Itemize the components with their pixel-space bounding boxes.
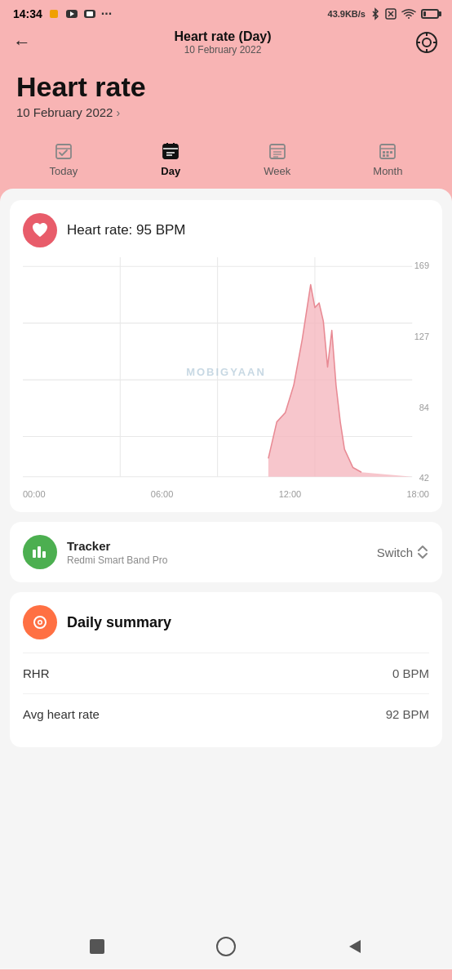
back-button[interactable]: ← <box>13 32 31 53</box>
svg-rect-31 <box>390 151 392 154</box>
tracker-name: Tracker <box>67 539 167 553</box>
nav-back-button[interactable] <box>343 935 366 958</box>
nav-title: Heart rate (Day) 10 February 2022 <box>174 29 271 56</box>
y-label-169: 169 <box>414 261 429 270</box>
summary-row-avg: Avg heart rate 92 BPM <box>23 693 429 734</box>
y-label-127: 127 <box>414 332 429 341</box>
tab-week-label: Week <box>264 165 290 177</box>
svg-rect-44 <box>38 546 41 558</box>
avg-label: Avg heart rate <box>23 707 100 721</box>
svg-point-9 <box>423 38 431 47</box>
more-dots: ··· <box>101 7 112 21</box>
heart-rate-card: Heart rate: 95 BPM MOBIGYAAN <box>10 200 442 512</box>
tracker-card: Tracker Redmi Smart Band Pro Switch <box>10 522 442 582</box>
tab-week[interactable]: Week <box>254 137 300 180</box>
tabs: Today Day Week <box>0 132 452 189</box>
x-label-0000: 00:00 <box>23 489 46 499</box>
heart-icon-circle <box>23 213 57 247</box>
avg-value: 92 BPM <box>386 707 429 721</box>
status-right: 43.9KB/s <box>328 7 439 20</box>
switch-button[interactable]: Switch <box>377 544 429 560</box>
header-section: Heart rate 10 February 2022 › <box>0 64 452 132</box>
nav-circle-button[interactable] <box>215 935 237 958</box>
main-content: Heart rate: 95 BPM MOBIGYAAN <box>0 189 452 924</box>
y-label-42: 42 <box>414 473 429 483</box>
tracker-device: Redmi Smart Band Pro <box>67 555 167 566</box>
switch-arrows-icon <box>416 544 429 560</box>
tracker-icon-circle <box>23 535 57 569</box>
tab-day-label: Day <box>161 165 180 177</box>
bluetooth-icon <box>370 7 380 20</box>
network-speed: 43.9KB/s <box>328 9 366 19</box>
wifi-icon <box>401 8 416 20</box>
circle-icon <box>215 936 237 957</box>
heart-rate-text: Heart rate: 95 BPM <box>67 222 186 238</box>
day-icon <box>160 140 181 162</box>
watermark: MOBIGYAAN <box>186 366 266 378</box>
tab-month-label: Month <box>373 165 402 177</box>
summary-header: Daily summary <box>23 605 429 639</box>
top-nav: ← Heart rate (Day) 10 February 2022 <box>0 24 452 64</box>
status-time: 14:34 <box>13 7 42 20</box>
status-left: 14:34 ··· <box>13 7 112 21</box>
svg-rect-45 <box>42 551 46 558</box>
summary-icon <box>31 613 49 631</box>
today-icon <box>53 140 74 162</box>
nav-square-button[interactable] <box>86 935 109 958</box>
svg-rect-32 <box>383 154 385 157</box>
settings-icon[interactable] <box>414 30 439 55</box>
heart-icon <box>31 222 49 238</box>
status-bar: 14:34 ··· 43.9KB/s <box>0 0 452 24</box>
x-icon <box>385 8 397 20</box>
page-date[interactable]: 10 February 2022 › <box>16 105 436 119</box>
svg-rect-43 <box>33 550 36 558</box>
summary-icon-circle <box>23 605 57 639</box>
nav-title-main: Heart rate (Day) <box>174 29 271 44</box>
svg-rect-0 <box>50 10 58 18</box>
week-icon <box>267 140 288 162</box>
daily-summary-card: Daily summary RHR 0 BPM Avg heart rate 9… <box>10 592 442 747</box>
rhr-value: 0 BPM <box>392 666 429 680</box>
nav-title-sub: 10 February 2022 <box>174 44 271 56</box>
page-title: Heart rate <box>16 72 436 102</box>
svg-rect-4 <box>86 11 93 16</box>
chart-container: MOBIGYAAN 169 127 84 <box>23 257 429 486</box>
triangle-icon <box>346 938 364 956</box>
svg-point-50 <box>217 938 235 956</box>
svg-rect-29 <box>383 151 385 154</box>
svg-marker-51 <box>349 940 361 953</box>
tab-today-label: Today <box>50 165 78 177</box>
tab-month[interactable]: Month <box>363 137 412 180</box>
bottom-nav <box>0 924 452 969</box>
month-icon <box>377 140 398 162</box>
chevron-right-icon: › <box>116 106 120 119</box>
svg-rect-33 <box>387 154 389 157</box>
chart-x-labels: 00:00 06:00 12:00 18:00 <box>23 486 429 499</box>
media-icon <box>83 7 96 20</box>
tracker-icon <box>31 543 49 561</box>
svg-rect-14 <box>56 145 71 158</box>
chart-y-labels: 169 127 84 42 <box>414 257 429 486</box>
x-label-1200: 12:00 <box>279 489 302 499</box>
switch-label: Switch <box>377 546 413 559</box>
tab-day[interactable]: Day <box>150 137 191 180</box>
svg-rect-30 <box>387 151 389 154</box>
svg-point-48 <box>39 621 42 624</box>
square-icon <box>88 938 106 956</box>
x-label-1800: 18:00 <box>406 489 429 499</box>
y-label-84: 84 <box>414 403 429 412</box>
page-date-text: 10 February 2022 <box>16 105 113 119</box>
notification-icon <box>47 7 60 20</box>
svg-marker-42 <box>268 285 412 477</box>
tracker-info: Tracker Redmi Smart Band Pro <box>67 539 167 566</box>
youtube-icon <box>65 7 78 20</box>
svg-rect-49 <box>90 939 104 954</box>
tab-today[interactable]: Today <box>40 137 88 180</box>
svg-rect-16 <box>163 145 178 158</box>
x-label-0600: 06:00 <box>151 489 174 499</box>
heart-rate-header: Heart rate: 95 BPM <box>23 213 429 247</box>
battery-icon <box>421 9 439 19</box>
tracker-left: Tracker Redmi Smart Band Pro <box>23 535 167 569</box>
summary-row-rhr: RHR 0 BPM <box>23 653 429 693</box>
summary-title: Daily summary <box>67 614 171 631</box>
